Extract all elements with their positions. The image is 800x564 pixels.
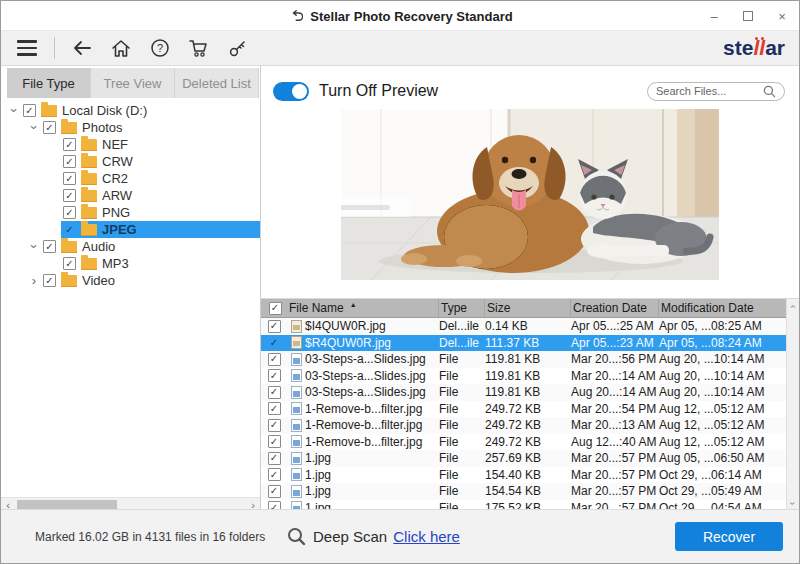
row-checkbox[interactable]: ✓: [268, 353, 281, 366]
tab-file-type[interactable]: File Type: [7, 68, 91, 98]
recover-button[interactable]: Recover: [675, 522, 783, 551]
column-header-creation-date[interactable]: Creation Date: [571, 299, 659, 317]
tree-item[interactable]: › ✓ CRW: [1, 153, 260, 170]
scroll-up-icon[interactable]: ›: [787, 299, 799, 314]
search-box[interactable]: [647, 82, 785, 101]
cell-creation-date: Mar 20...:57 PM: [571, 451, 659, 465]
row-checkbox[interactable]: ✓: [268, 402, 281, 415]
row-checkbox[interactable]: ✓: [268, 336, 281, 349]
column-header-size[interactable]: Size: [485, 299, 571, 317]
tree-checkbox[interactable]: ✓: [63, 206, 76, 219]
tab-bar: File Type Tree View Deleted List: [1, 68, 260, 98]
table-row[interactable]: ✓ 03-Steps-a...Slides.jpg File 119.81 KB…: [261, 384, 786, 401]
close-button[interactable]: ×: [765, 1, 799, 31]
tree-checkbox[interactable]: ✓: [43, 274, 56, 287]
tree-item[interactable]: › ✓ Video: [1, 272, 260, 289]
status-bar: Marked 16.02 GB in 4131 files in 16 fold…: [1, 509, 799, 563]
tree-checkbox[interactable]: ✓: [23, 104, 36, 117]
table-row[interactable]: ✓ 1.jpg File 257.69 KB Mar 20...:57 PM A…: [261, 450, 786, 467]
table-row[interactable]: ✓ 03-Steps-a...Slides.jpg File 119.81 KB…: [261, 368, 786, 385]
tree-item-label: Audio: [82, 239, 115, 254]
cell-creation-date: Apr 05...:25 AM: [571, 319, 659, 333]
expander-icon[interactable]: ›: [27, 274, 41, 287]
table-row[interactable]: ✓ $I4QUW0R.jpg Del...ile 0.14 KB Apr 05.…: [261, 318, 786, 335]
cell-modification-date: Aug 20, ...10:14 AM: [659, 385, 786, 399]
file-icon: [291, 320, 302, 333]
marked-summary: Marked 16.02 GB in 4131 files in 16 fold…: [35, 530, 273, 544]
tree-item[interactable]: › ✓ JPEG: [1, 221, 260, 238]
tree-item[interactable]: › ✓ Photos: [1, 119, 260, 136]
cell-type: File: [439, 451, 485, 465]
cell-type: File: [439, 402, 485, 416]
expander-icon[interactable]: ›: [28, 240, 41, 254]
scrollbar-track[interactable]: [787, 314, 799, 496]
table-row[interactable]: ✓ 1.jpg File 154.54 KB Mar 20...:57 PM O…: [261, 483, 786, 500]
tree-checkbox[interactable]: ✓: [43, 240, 56, 253]
tree-item-label: Video: [82, 273, 115, 288]
column-header-type[interactable]: Type: [439, 299, 485, 317]
search-input[interactable]: [656, 85, 763, 97]
tree-checkbox[interactable]: ✓: [63, 189, 76, 202]
file-icon: [291, 386, 302, 399]
row-checkbox[interactable]: ✓: [268, 320, 281, 333]
home-button[interactable]: [109, 36, 133, 60]
tree-item[interactable]: › ✓ ARW: [1, 187, 260, 204]
table-row[interactable]: ✓ 1-Remove-b...filter.jpg File 249.72 KB…: [261, 401, 786, 418]
row-checkbox[interactable]: ✓: [268, 485, 281, 498]
back-button[interactable]: [70, 36, 94, 60]
tree-checkbox[interactable]: ✓: [43, 121, 56, 134]
cell-size: 249.72 KB: [485, 418, 571, 432]
row-checkbox[interactable]: ✓: [268, 468, 281, 481]
tree-item-label: MP3: [102, 256, 129, 271]
table-row[interactable]: ✓ 1-Remove-b...filter.jpg File 249.72 KB…: [261, 434, 786, 451]
cell-size: 119.81 KB: [485, 352, 571, 366]
sort-ascending-icon: ▲: [350, 301, 357, 308]
tree-item[interactable]: › ✓ Audio: [1, 238, 260, 255]
preview-image: [341, 109, 719, 280]
cell-modification-date: Aug 20, ...10:14 AM: [659, 369, 786, 383]
tree-checkbox[interactable]: ✓: [63, 257, 76, 270]
preview-toggle[interactable]: [273, 82, 309, 101]
table-row[interactable]: ✓ 1.jpg File 154.40 KB Mar 20...:57 PM O…: [261, 467, 786, 484]
expander-icon[interactable]: ›: [28, 121, 41, 135]
row-checkbox[interactable]: ✓: [268, 452, 281, 465]
tab-deleted-list[interactable]: Deleted List: [175, 68, 259, 98]
select-all-checkbox[interactable]: ✓: [269, 302, 282, 315]
search-icon: [763, 85, 776, 98]
svg-text:?: ?: [157, 42, 163, 54]
cell-file-name: 03-Steps-a...Slides.jpg: [305, 369, 439, 383]
table-row[interactable]: ✓ 03-Steps-a...Slides.jpg File 119.81 KB…: [261, 351, 786, 368]
cell-size: 249.72 KB: [485, 435, 571, 449]
tree-item[interactable]: › ✓ Local Disk (D:): [1, 102, 260, 119]
tree-checkbox[interactable]: ✓: [63, 155, 76, 168]
vertical-scrollbar[interactable]: › ›: [786, 299, 799, 511]
row-checkbox[interactable]: ✓: [268, 369, 281, 382]
tree-item[interactable]: › ✓ PNG: [1, 204, 260, 221]
row-checkbox[interactable]: ✓: [268, 419, 281, 432]
tree-checkbox[interactable]: ✓: [63, 223, 76, 236]
minimize-button[interactable]: –: [697, 1, 731, 31]
tree-checkbox[interactable]: ✓: [63, 138, 76, 151]
deep-scan-link[interactable]: Click here: [393, 528, 460, 545]
tree-checkbox[interactable]: ✓: [63, 172, 76, 185]
table-row[interactable]: ✓ 1-Remove-b...filter.jpg File 249.72 KB…: [261, 417, 786, 434]
table-row[interactable]: ✓ $R4QUW0R.jpg Del...ile 111.37 KB Apr 0…: [261, 335, 786, 352]
key-button[interactable]: [226, 36, 250, 60]
row-checkbox[interactable]: ✓: [268, 386, 281, 399]
column-header-modification-date[interactable]: Modification Date: [659, 299, 799, 317]
tree-item[interactable]: › ✓ NEF: [1, 136, 260, 153]
menu-button[interactable]: [15, 38, 39, 58]
help-button[interactable]: ?: [148, 36, 172, 60]
cell-creation-date: Mar 20...:14 AM: [571, 369, 659, 383]
tree-item[interactable]: › ✓ MP3: [1, 255, 260, 272]
maximize-button[interactable]: [731, 1, 765, 31]
tree-item[interactable]: › ✓ CR2: [1, 170, 260, 187]
file-icon: [291, 485, 302, 498]
column-header-file-name[interactable]: File Name▲: [287, 299, 439, 317]
cart-button[interactable]: [187, 36, 211, 60]
row-checkbox[interactable]: ✓: [268, 435, 281, 448]
tab-tree-view[interactable]: Tree View: [91, 68, 175, 98]
folder-icon: [81, 156, 97, 168]
cell-size: 119.81 KB: [485, 385, 571, 399]
expander-icon[interactable]: ›: [8, 104, 21, 118]
